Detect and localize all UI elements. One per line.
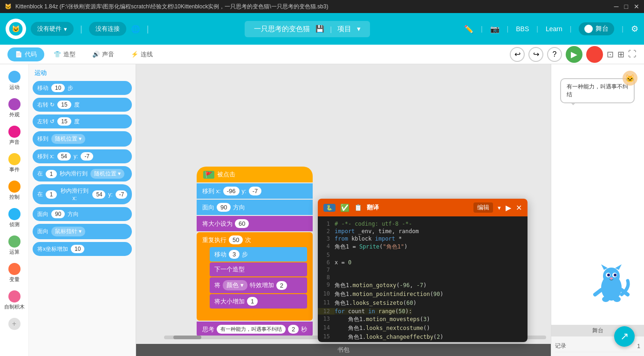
stage-view[interactable]: 有一种能力，叫遇事不纠结 xyxy=(551,64,644,325)
help-btn[interactable]: ? xyxy=(547,47,562,62)
val-x[interactable]: -96 xyxy=(223,187,240,195)
stage-toggle-btn[interactable]: 舞台 xyxy=(579,22,614,35)
settings-icon[interactable]: ⚙ xyxy=(631,24,638,34)
globe-icon-btn[interactable]: 🌐 xyxy=(131,25,140,34)
canvas-bottom-label: 书包 xyxy=(337,346,349,353)
connect-tab-label: 连线 xyxy=(141,50,153,59)
block-glide-to-random[interactable]: 在 1 秒内滑行到 随机位置 ▾ xyxy=(33,166,132,181)
code-line-14: 14 角色1.looks_nextcostume() xyxy=(318,324,528,333)
category-control[interactable]: 控制 xyxy=(1,178,27,203)
scrollbar-thumb[interactable] xyxy=(173,336,201,339)
tab-connect[interactable]: ⚡ 连线 xyxy=(123,47,160,61)
block-go-to-xy[interactable]: 移到 x: 54 y: -7 xyxy=(33,149,132,163)
block-face-direction[interactable]: 面向 90 方向 xyxy=(197,200,313,215)
project-menu-label: 项目 xyxy=(337,25,351,34)
connect-button[interactable]: 没有连接 xyxy=(89,22,126,36)
category-myblocks[interactable]: 自制积木 xyxy=(1,288,27,313)
code-panel: 🐍 ✅ 📋 翻译 编辑 ▾ ▶ ✕ 1 # -*- coding: utf-8 … xyxy=(318,199,528,342)
events-label: 事件 xyxy=(9,166,20,173)
block-next-costume[interactable]: 下一个造型 xyxy=(210,262,307,276)
costume-tab-label: 造型 xyxy=(63,50,75,59)
tab-costume[interactable]: 👕 造型 xyxy=(46,47,83,61)
hat-block[interactable]: 🚩 被点击 xyxy=(197,167,313,182)
block-turn-left[interactable]: 左转 ↺ 15 度 xyxy=(33,114,132,128)
score-value: 1 xyxy=(637,343,640,349)
category-operators[interactable]: 运算 xyxy=(1,233,27,258)
category-sensing[interactable]: 侦测 xyxy=(1,205,27,231)
variables-dot xyxy=(8,263,21,275)
fab-button[interactable]: ↗ xyxy=(614,326,635,347)
tab-code[interactable]: 📄 代码 xyxy=(7,47,44,61)
code-content[interactable]: 1 # -*- coding: utf-8 -*- 2 import _env,… xyxy=(318,216,528,342)
checkbox-icon[interactable]: ✅ xyxy=(340,203,349,212)
val-effect[interactable]: 2 xyxy=(276,281,287,290)
block-set-size[interactable]: 将大小设为 60 xyxy=(197,216,313,231)
pencil-icon-btn[interactable]: ✏️ xyxy=(464,25,473,34)
undo-btn[interactable]: ↩ xyxy=(510,47,525,62)
category-motion[interactable]: 运动 xyxy=(1,68,27,94)
bbs-label[interactable]: BBS xyxy=(516,25,529,33)
val-think-text[interactable]: 有一种能力，叫遇事不纠结 xyxy=(217,325,286,334)
val-size-inc[interactable]: 1 xyxy=(247,297,258,306)
block-move-steps[interactable]: 移动 10 步 xyxy=(33,81,132,95)
hardware-button[interactable]: 没有硬件 ▾ xyxy=(31,22,74,36)
save-icon[interactable]: 💾 xyxy=(315,25,324,33)
titlebar-controls[interactable]: ─ □ ✕ xyxy=(614,3,639,10)
hardware-label: 没有硬件 xyxy=(37,25,62,33)
speech-text: 有一种能力，叫遇事不纠结 xyxy=(567,83,628,98)
operators-dot xyxy=(8,235,21,248)
block-goto-xy[interactable]: 移到 x: -96 y: -7 xyxy=(197,183,313,199)
layout2-btn[interactable]: ⊞ xyxy=(617,49,624,60)
sound-tab-icon: 🔊 xyxy=(92,51,100,58)
close-btn[interactable]: ✕ xyxy=(634,3,639,10)
effect-dropdown[interactable]: 颜色 ▾ xyxy=(223,280,247,290)
val-move[interactable]: 3 xyxy=(229,250,240,259)
learn-label[interactable]: Learn xyxy=(546,25,562,33)
run-btn[interactable]: ▶ xyxy=(566,46,582,63)
fullscreen-btn[interactable]: ⛶ xyxy=(628,49,637,59)
tab-sound[interactable]: 🔊 声音 xyxy=(85,47,122,61)
category-add[interactable]: + xyxy=(1,315,27,333)
camera-icon-btn[interactable]: 📷 xyxy=(490,25,500,34)
block-point-towards[interactable]: 面向 鼠标指针 ▾ xyxy=(33,224,132,239)
category-looks[interactable]: 外观 xyxy=(1,95,27,121)
edit-menu-label[interactable]: 编辑 xyxy=(473,202,493,213)
minimize-btn[interactable]: ─ xyxy=(614,3,619,10)
block-change-x[interactable]: 将x坐标增加 10 xyxy=(33,242,132,256)
val-y[interactable]: -7 xyxy=(249,187,262,195)
maximize-btn[interactable]: □ xyxy=(624,3,628,10)
block-glide-to-xy[interactable]: 在 1 秒内滑行到 x: 54 y: -7 xyxy=(33,184,132,204)
block-move-to[interactable]: 移到 随机位置 ▾ xyxy=(33,131,132,147)
block-repeat[interactable]: 重复执行 50 次 移动 3 步 下一个造型 xyxy=(197,232,313,321)
block-move[interactable]: 移动 3 步 xyxy=(210,247,307,262)
val-think-secs[interactable]: 2 xyxy=(288,325,299,334)
val-dir[interactable]: 90 xyxy=(217,203,231,212)
looks-label: 外观 xyxy=(9,111,20,118)
nav-divider1: | xyxy=(80,24,82,34)
close-code-btn[interactable]: ✕ xyxy=(516,203,522,212)
svg-point-3 xyxy=(603,268,620,284)
redo-btn[interactable]: ↪ xyxy=(528,47,543,62)
block-think[interactable]: 思考 有一种能力，叫遇事不纠结 2 秒 xyxy=(197,322,313,337)
val-repeat[interactable]: 50 xyxy=(229,235,243,244)
hat-label: 被点击 xyxy=(217,170,235,179)
canvas-area[interactable]: 🚩 被点击 移到 x: -96 y: -7 面向 90 方向 将大小设为 60 xyxy=(136,64,551,356)
block-change-effect[interactable]: 将 颜色 ▾ 特效增加 2 xyxy=(210,277,307,293)
category-events[interactable]: 事件 xyxy=(1,150,27,176)
block-turn-right[interactable]: 右转 ↻ 15 度 xyxy=(33,98,132,112)
code-line-3: 3 from kblock import * xyxy=(318,235,528,242)
category-variables[interactable]: 变量 xyxy=(1,260,27,286)
code-line-9: 9 角色1.motion_gotoxy(-96, -7) xyxy=(318,281,528,290)
scratch-stack: 🚩 被点击 移到 x: -96 y: -7 面向 90 方向 将大小设为 60 xyxy=(197,167,313,338)
tabbar-right: ↩ ↪ ? ▶ ⊡ ⊞ ⛶ xyxy=(510,46,637,63)
svg-text:🐱: 🐱 xyxy=(12,25,20,33)
block-change-size[interactable]: 将大小增加 1 xyxy=(210,294,307,309)
block-point-direction[interactable]: 面向 90 方向 xyxy=(33,207,132,221)
layout1-btn[interactable]: ⊡ xyxy=(607,49,614,60)
category-sound[interactable]: 声音 xyxy=(1,123,27,148)
play-code-btn[interactable]: ▶ xyxy=(506,203,511,212)
sensing-dot xyxy=(8,208,21,220)
stop-btn[interactable] xyxy=(586,46,603,63)
val-size[interactable]: 60 xyxy=(235,219,249,228)
code-line-1: 1 # -*- coding: utf-8 -*- xyxy=(318,220,528,228)
